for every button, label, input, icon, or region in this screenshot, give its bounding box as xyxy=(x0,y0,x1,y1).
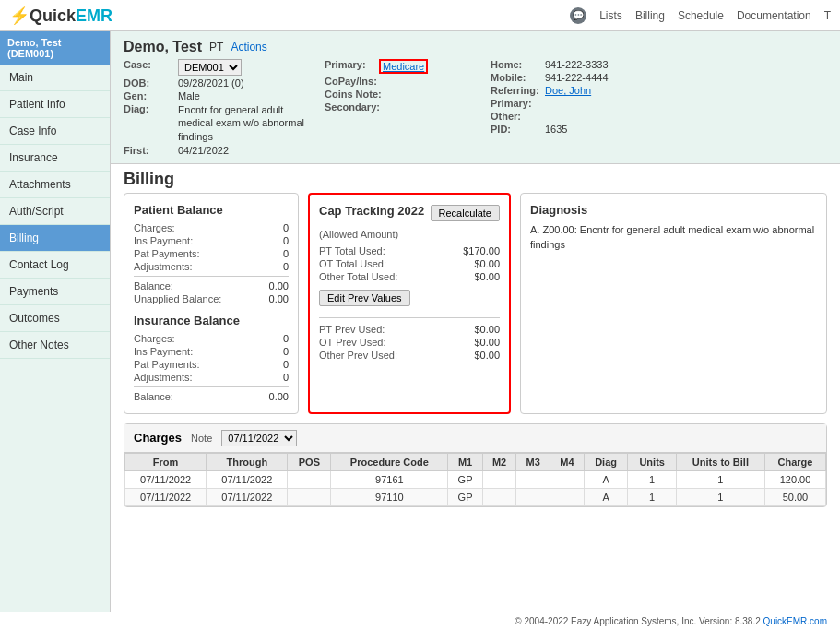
charges-table: From Through POS Procedure Code M1 M2 M3… xyxy=(124,453,826,506)
ins-adjustments-label: Adjustments: xyxy=(134,372,193,383)
footer-copyright: © 2004-2022 Eazy Application Systems, In… xyxy=(515,616,696,626)
charges-title: Charges xyxy=(134,431,182,445)
cap-divider xyxy=(319,317,500,318)
pat-unapplied-label: Unapplied Balance: xyxy=(134,293,221,304)
table-cell: 07/11/2022 xyxy=(125,488,207,505)
diagnosis-card: Diagnosis A. Z00.00: Encntr for general … xyxy=(520,193,827,414)
pat-pat-payments-row: Pat Payments: 0 xyxy=(134,248,289,259)
nav-lists[interactable]: Lists xyxy=(599,9,622,22)
primary-doc-label: Primary: xyxy=(491,98,541,109)
pat-ins-payment-label: Ins Payment: xyxy=(134,235,193,246)
logo-quick: Quick xyxy=(30,6,76,25)
footer-version: Version: 8.38.2 xyxy=(699,616,763,626)
pat-adjustments-value: 0 xyxy=(283,261,289,272)
col-units: Units xyxy=(628,453,676,470)
nav-t[interactable]: T xyxy=(824,9,831,22)
ot-total-value: $0.00 xyxy=(474,258,500,269)
cap-subtitle: (Allowed Amount) xyxy=(319,229,500,240)
table-cell xyxy=(516,488,550,505)
home-label: Home: xyxy=(491,59,541,70)
table-cell: 1 xyxy=(628,488,676,505)
primary-value[interactable]: Medicare xyxy=(379,59,428,74)
referring-value[interactable]: Doe, John xyxy=(545,85,591,96)
pat-balance-value: 0.00 xyxy=(269,280,289,291)
pid-label: PID: xyxy=(491,124,541,135)
sidebar-item-main[interactable]: Main xyxy=(0,65,110,91)
col-m2: M2 xyxy=(482,453,516,470)
first-value: 04/21/2022 xyxy=(178,145,229,156)
diagnosis-text: A. Z00.00: Encntr for general adult medi… xyxy=(530,222,817,253)
ins-pat-payments-row: Pat Payments: 0 xyxy=(134,359,289,370)
diagnosis-title: Diagnosis xyxy=(530,203,817,217)
insurance-balance-section: Insurance Balance Charges: 0 Ins Payment… xyxy=(134,314,289,402)
top-nav-links: 💬 Lists Billing Schedule Documentation T xyxy=(570,7,831,24)
pat-ins-payment-row: Ins Payment: 0 xyxy=(134,235,289,246)
pat-charges-value: 0 xyxy=(283,222,289,233)
col-units-to-bill: Units to Bill xyxy=(676,453,764,470)
chat-icon[interactable]: 💬 xyxy=(570,7,586,24)
table-cell xyxy=(550,470,585,488)
col-diag: Diag xyxy=(584,453,628,470)
table-cell xyxy=(482,470,516,488)
footer: © 2004-2022 Eazy Application Systems, In… xyxy=(0,612,840,630)
ot-prev-row: OT Prev Used: $0.00 xyxy=(319,337,500,348)
pat-unapplied-value: 0.00 xyxy=(269,293,289,304)
table-row[interactable]: 07/11/202207/11/202297161GPA11120.00 xyxy=(125,470,826,488)
logo-bolt: ⚡ xyxy=(9,6,30,25)
sidebar-item-billing[interactable]: Billing xyxy=(0,225,110,252)
patient-actions[interactable]: Actions xyxy=(231,41,266,53)
footer-website[interactable]: QuickEMR.com xyxy=(763,616,827,626)
pt-total-value: $170.00 xyxy=(463,245,500,256)
secondary-label: Secondary: xyxy=(325,101,380,113)
other-prev-label: Other Prev Used: xyxy=(319,350,397,361)
col-charge: Charge xyxy=(764,453,825,470)
sidebar-item-auth-script[interactable]: Auth/Script xyxy=(0,198,110,225)
sidebar-item-outcomes[interactable]: Outcomes xyxy=(0,305,110,332)
recalculate-button[interactable]: Recalculate xyxy=(431,205,500,221)
charges-table-header-row: From Through POS Procedure Code M1 M2 M3… xyxy=(125,453,826,470)
nav-documentation[interactable]: Documentation xyxy=(737,9,811,22)
sidebar-item-case-info[interactable]: Case Info xyxy=(0,118,110,145)
dob-label: DOB: xyxy=(124,77,174,89)
table-cell xyxy=(288,470,331,488)
case-label: Case: xyxy=(124,59,174,70)
first-label: First: xyxy=(124,145,174,156)
sidebar-item-other-notes[interactable]: Other Notes xyxy=(0,332,110,359)
sidebar-item-insurance[interactable]: Insurance xyxy=(0,145,110,172)
diag-value: Encntr for general adult medical exam w/… xyxy=(178,103,307,143)
case-select[interactable]: DEM001 xyxy=(178,59,242,76)
diag-label: Diag: xyxy=(124,103,174,114)
ins-ins-payment-label: Ins Payment: xyxy=(134,346,193,357)
cap-tracking-header: Cap Tracking 2022 Recalculate xyxy=(319,204,500,223)
sidebar-item-contact-log[interactable]: Contact Log xyxy=(0,252,110,279)
pt-total-row: PT Total Used: $170.00 xyxy=(319,245,500,256)
nav-schedule[interactable]: Schedule xyxy=(678,9,724,22)
edit-prev-values-button[interactable]: Edit Prev Values xyxy=(319,290,410,306)
sidebar-item-patient-info[interactable]: Patient Info xyxy=(0,91,110,118)
sidebar-item-attachments[interactable]: Attachments xyxy=(0,172,110,198)
coins-note-label: Coins Note: xyxy=(325,89,382,100)
col-from: From xyxy=(125,453,207,470)
col-procedure-code: Procedure Code xyxy=(331,453,448,470)
sidebar-item-payments[interactable]: Payments xyxy=(0,279,110,305)
primary-label: Primary: xyxy=(325,59,375,70)
nav-billing[interactable]: Billing xyxy=(635,9,665,22)
main-content: Demo, Test PT Actions Case: DEM001 DOB: … xyxy=(111,31,840,630)
table-cell: 07/11/2022 xyxy=(207,470,288,488)
cap-tracking-card: Cap Tracking 2022 Recalculate (Allowed A… xyxy=(308,193,511,414)
col-m1: M1 xyxy=(448,453,482,470)
table-cell xyxy=(288,488,331,505)
table-row[interactable]: 07/11/202207/11/202297110GPA1150.00 xyxy=(125,488,826,505)
table-cell xyxy=(550,488,585,505)
sidebar-patient: Demo, Test (DEM001) xyxy=(0,31,110,65)
pat-charges-row: Charges: 0 xyxy=(134,222,289,233)
patient-header: Demo, Test PT Actions Case: DEM001 DOB: … xyxy=(111,31,840,164)
billing-grid: Patient Balance Charges: 0 Ins Payment: … xyxy=(111,193,840,423)
charges-section: Charges Note 07/11/2022 From Through POS xyxy=(124,423,827,507)
charges-date: 07/11/2022 xyxy=(221,430,297,446)
pt-total-label: PT Total Used: xyxy=(319,245,385,256)
table-cell: 50.00 xyxy=(764,488,825,505)
page-title: Billing xyxy=(111,164,840,193)
charges-date-select[interactable]: 07/11/2022 xyxy=(221,430,297,446)
ins-pat-payments-value: 0 xyxy=(283,359,289,370)
